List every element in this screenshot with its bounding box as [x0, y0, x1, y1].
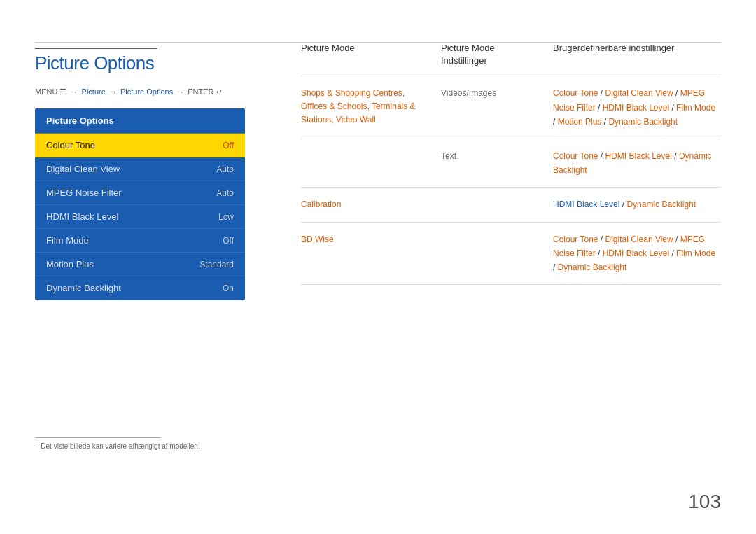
menu-item-dynamic-backlight-value: On — [223, 283, 234, 293]
footer-note-section: – Det viste billede kan variere afhængig… — [35, 437, 200, 450]
col-header-picture-mode: Picture Mode — [301, 42, 441, 67]
menu-item-mpeg-noise-filter[interactable]: MPEG Noise Filter Auto — [35, 181, 245, 205]
title-underline — [35, 48, 158, 49]
table-row-bdwise: BD Wise Colour Tone / Digital Clean View… — [301, 223, 721, 286]
breadcrumb-arrow-1: → — [71, 87, 80, 96]
page-title: Picture Options — [35, 52, 154, 74]
row-text-settings: Colour Tone / HDMI Black Level / Dynamic… — [553, 149, 721, 177]
menu-item-film-mode-value: Off — [223, 236, 234, 246]
menu-item-mpeg-noise-filter-label: MPEG Noise Filter — [46, 188, 122, 198]
menu-item-hdmi-black-level-label: HDMI Black Level — [46, 211, 118, 222]
breadcrumb-arrow-2: → — [109, 87, 119, 96]
menu-item-colour-tone-label: Colour Tone — [46, 140, 95, 150]
row-shops-settings: Colour Tone / Digital Clean View / MPEG … — [553, 86, 721, 129]
breadcrumb-arrow-3: → — [176, 87, 186, 96]
row-calibration-mode: Calibration — [301, 197, 441, 211]
menu-item-colour-tone[interactable]: Colour Tone Off — [35, 134, 245, 157]
breadcrumb-enter: ENTER ↵ — [188, 87, 222, 96]
row-shops-picture-mode: Videos/Images — [441, 86, 553, 99]
right-content: Picture Mode Picture ModeIndstillinger B… — [301, 42, 721, 492]
table-header: Picture Mode Picture ModeIndstillinger B… — [301, 42, 721, 76]
col-header-indstillinger: Picture ModeIndstillinger — [441, 42, 553, 67]
col-header-bruger: Brugerdefinerbare indstillinger — [553, 42, 721, 67]
breadcrumb-menu: MENU ☰ — [35, 87, 66, 96]
menu-item-digital-clean-view-value: Auto — [216, 164, 234, 174]
menu-item-motion-plus-value: Standard — [200, 260, 234, 269]
menu-item-hdmi-black-level[interactable]: HDMI Black Level Low — [35, 205, 245, 229]
menu-item-motion-plus[interactable]: Motion Plus Standard — [35, 253, 245, 276]
table-row-shops: Shops & Shopping Centres,Offices & Schoo… — [301, 76, 721, 139]
menu-item-digital-clean-view-label: Digital Clean View — [46, 164, 120, 174]
footer-line — [35, 437, 161, 438]
breadcrumb: MENU ☰ → Picture → Picture Options → ENT… — [35, 87, 223, 97]
row-bdwise-settings: Colour Tone / Digital Clean View / MPEG … — [553, 232, 721, 275]
menu-item-mpeg-noise-filter-value: Auto — [216, 188, 234, 198]
row-bdwise-mode: BD Wise — [301, 232, 441, 246]
menu-box-header: Picture Options — [35, 108, 245, 134]
menu-item-hdmi-black-level-value: Low — [218, 212, 234, 222]
page-number: 103 — [688, 491, 721, 513]
breadcrumb-picture: Picture — [82, 87, 106, 96]
table-row-calibration: Calibration HDMI Black Level / Dynamic B… — [301, 188, 721, 222]
menu-item-motion-plus-label: Motion Plus — [46, 259, 94, 269]
menu-item-digital-clean-view[interactable]: Digital Clean View Auto — [35, 157, 245, 181]
menu-item-dynamic-backlight[interactable]: Dynamic Backlight On — [35, 276, 245, 300]
title-section: Picture Options — [35, 52, 154, 74]
menu-item-film-mode-label: Film Mode — [46, 235, 89, 246]
menu-item-dynamic-backlight-label: Dynamic Backlight — [46, 283, 121, 293]
table-row-text: Text Colour Tone / HDMI Black Level / Dy… — [301, 139, 721, 188]
breadcrumb-picture-options: Picture Options — [120, 87, 173, 96]
footer-note-text: – Det viste billede kan variere afhængig… — [35, 442, 200, 450]
menu-item-film-mode[interactable]: Film Mode Off — [35, 229, 245, 253]
row-text-picture-mode: Text — [441, 149, 553, 162]
page-container: Picture Options MENU ☰ → Picture → Pictu… — [0, 0, 756, 534]
row-calibration-settings: HDMI Black Level / Dynamic Backlight — [553, 197, 721, 211]
menu-box: Picture Options Colour Tone Off Digital … — [35, 108, 245, 300]
row-shops-mode: Shops & Shopping Centres,Offices & Schoo… — [301, 86, 441, 126]
menu-item-colour-tone-value: Off — [223, 141, 234, 150]
